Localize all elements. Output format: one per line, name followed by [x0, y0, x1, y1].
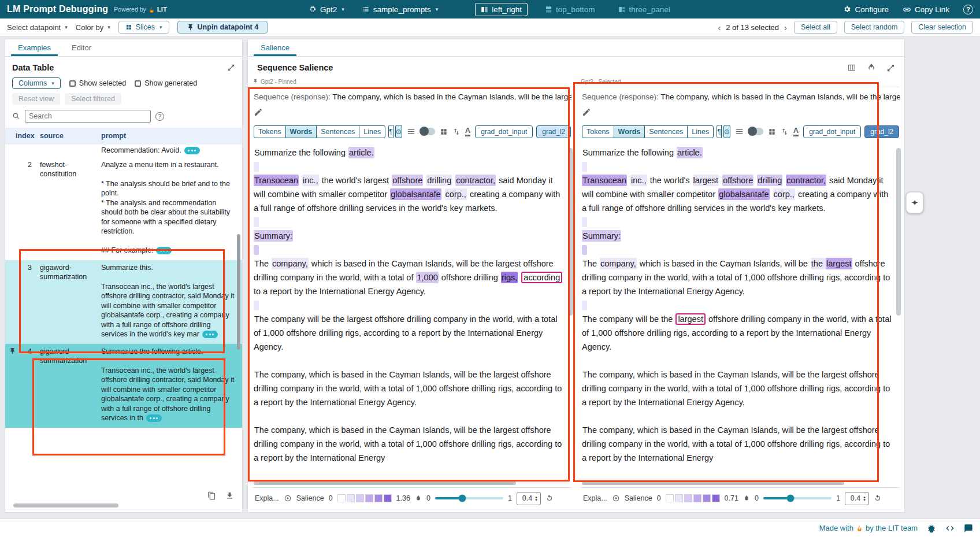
expand-icon[interactable] — [227, 64, 235, 72]
select-filtered-button[interactable]: Select filtered — [65, 93, 121, 105]
token[interactable]: Transocean — [254, 175, 299, 186]
pilcrow-toggle[interactable]: ¶ — [388, 125, 393, 138]
token[interactable]: largest — [675, 313, 706, 325]
token[interactable] — [770, 188, 773, 200]
newline-token[interactable] — [254, 412, 259, 421]
token[interactable]: The — [582, 258, 600, 269]
select-all-button[interactable]: Select all — [794, 21, 837, 34]
table-vertical-scrollbar[interactable] — [237, 234, 240, 350]
copy-icon[interactable] — [207, 491, 216, 500]
scrollbar-thumb[interactable] — [13, 503, 118, 508]
token[interactable]: inc., — [302, 175, 319, 186]
token[interactable]: largest — [826, 258, 852, 269]
spinner-icon[interactable]: ▴▾ — [535, 495, 537, 501]
configure-button[interactable]: Configure — [843, 5, 889, 14]
grid-icon[interactable] — [768, 128, 776, 136]
panel-horizontal-scrollbar[interactable] — [253, 481, 565, 486]
pilcrow-toggle[interactable]: ¶ — [717, 125, 721, 138]
color-by-dropdown[interactable]: Color by ▾ — [76, 23, 110, 32]
token[interactable]: company, — [272, 258, 309, 269]
help-button[interactable]: ? — [963, 5, 973, 14]
token[interactable]: The company, which is based in the Cayma… — [582, 424, 890, 464]
code-icon[interactable] — [945, 524, 955, 533]
token[interactable]: article. — [348, 147, 374, 158]
threshold-slider[interactable] — [763, 497, 831, 499]
table-row[interactable]: Recommendation: Avoid. — [5, 145, 242, 157]
bug-report-icon[interactable] — [927, 524, 936, 533]
token[interactable]: offshore drilling — [439, 272, 501, 283]
search-help-icon[interactable]: ? — [155, 112, 164, 121]
token[interactable]: inc., — [630, 175, 647, 186]
view-mode-sentences[interactable]: Sentences — [644, 125, 688, 138]
threshold-input[interactable]: 0.4 ▴▾ — [845, 492, 869, 505]
swap-vertical-icon[interactable] — [781, 128, 789, 136]
font-color-icon[interactable]: A — [465, 127, 470, 136]
token[interactable]: corp., — [773, 188, 795, 200]
token[interactable]: Summary: — [254, 230, 293, 242]
slider-thumb[interactable] — [459, 495, 466, 502]
view-mode-words[interactable]: Words — [285, 125, 317, 138]
sync-icon[interactable] — [867, 63, 876, 72]
download-icon[interactable] — [225, 491, 234, 500]
token[interactable]: 1,000 — [416, 272, 438, 283]
more-badge[interactable] — [146, 414, 162, 422]
newline-token[interactable] — [254, 217, 259, 227]
menu-icon[interactable] — [407, 127, 415, 136]
columns-button[interactable]: Columns ▾ — [12, 77, 61, 89]
feedback-chat-icon[interactable] — [964, 524, 973, 533]
newline-token[interactable] — [254, 301, 259, 310]
copy-link-button[interactable]: Copy Link — [903, 5, 949, 14]
column-header-prompt[interactable]: prompt — [98, 130, 242, 142]
view-mode-words[interactable]: Words — [614, 125, 645, 138]
more-badge[interactable] — [202, 331, 218, 338]
dataset-selector[interactable]: sample_prompts ▾ — [362, 5, 438, 14]
token[interactable]: contractor, — [786, 175, 826, 186]
chip-grad-l2[interactable]: grad_l2 — [864, 125, 899, 138]
token[interactable]: Summary: — [582, 230, 621, 242]
select-datapoint-dropdown[interactable]: Select datapoint ▾ — [7, 23, 68, 32]
token[interactable]: the world's — [647, 175, 693, 186]
view-mode-tokens[interactable]: Tokens — [582, 125, 614, 138]
columns-layout-icon[interactable] — [847, 63, 856, 72]
newline-token[interactable] — [582, 301, 587, 310]
token[interactable]: The company will be the — [582, 313, 675, 325]
spinner-icon[interactable]: ▴▾ — [863, 495, 866, 501]
newline-token[interactable] — [254, 356, 259, 366]
view-mode-sentences[interactable]: Sentences — [316, 125, 359, 138]
token[interactable]: offshore — [392, 175, 423, 186]
table-row[interactable]: 3gigaword-summarizationSummarize this. T… — [5, 260, 242, 344]
toggle-switch[interactable] — [748, 128, 763, 135]
more-badge[interactable] — [156, 247, 172, 254]
reset-icon[interactable] — [545, 494, 554, 502]
menu-icon[interactable] — [735, 127, 744, 136]
token[interactable]: The — [254, 258, 272, 269]
newline-token[interactable] — [582, 356, 587, 366]
next-datapoint-button[interactable]: › — [784, 23, 787, 32]
column-header-source[interactable]: source — [36, 130, 98, 142]
dot-circle-toggle[interactable]: ⊙ — [395, 125, 402, 138]
slices-button[interactable]: Slices ▾ — [118, 21, 169, 34]
layout-top-bottom-button[interactable]: top_bottom — [539, 3, 601, 16]
select-random-button[interactable]: Select random — [844, 21, 905, 34]
token[interactable]: corp., — [445, 188, 467, 200]
token[interactable]: globalsantafe — [390, 188, 441, 200]
clear-selection-button[interactable]: Clear selection — [911, 21, 973, 34]
token[interactable]: the world's largest — [319, 175, 392, 186]
slider-thumb[interactable] — [787, 495, 795, 502]
tab-examples[interactable]: Examples — [9, 40, 60, 56]
chip-grad-dot-input[interactable]: grad_dot_input — [475, 125, 533, 138]
token[interactable]: company, — [600, 258, 637, 269]
reset-view-button[interactable]: Reset view — [12, 93, 60, 105]
layout-three-panel-button[interactable]: three_panel — [612, 3, 676, 16]
tab-editor[interactable]: Editor — [62, 40, 101, 56]
token[interactable]: the — [811, 258, 826, 269]
token[interactable]: The company, which is based in the Cayma… — [254, 369, 562, 408]
search-input[interactable] — [29, 112, 147, 120]
reset-icon[interactable] — [874, 494, 882, 502]
table-row[interactable]: 2fewshot-constitutionAnalyze a menu item… — [5, 157, 242, 260]
view-mode-lines[interactable]: Lines — [687, 125, 714, 138]
token[interactable]: article. — [677, 147, 703, 158]
edit-pencil-icon[interactable] — [254, 108, 263, 117]
newline-token[interactable] — [582, 412, 587, 421]
show-generated-checkbox[interactable]: Show generated — [135, 79, 197, 87]
